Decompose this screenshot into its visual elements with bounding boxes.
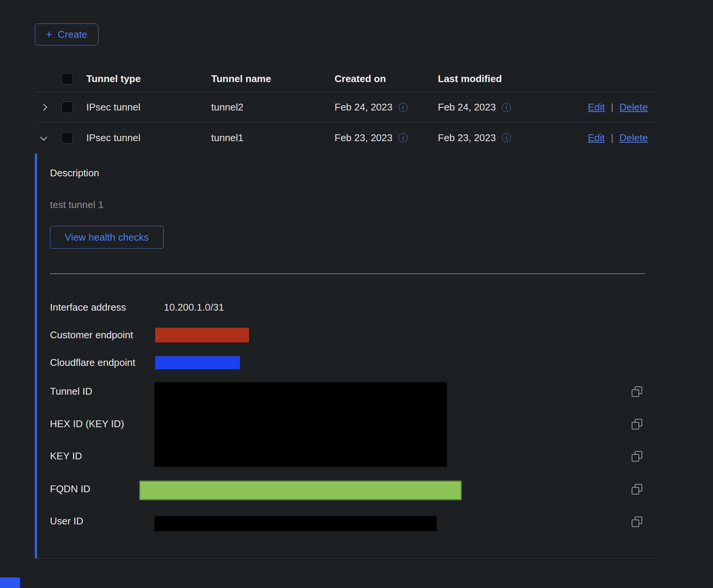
created-on-value: Feb 23, 2023 <box>335 132 392 144</box>
interface-address-value: 10.200.1.0/31 <box>164 302 224 313</box>
user-id-label: User ID <box>50 515 83 527</box>
plus-icon: + <box>46 29 53 40</box>
table-row: IPsec tunnel tunnel1 Feb 23, 2023 i Feb … <box>35 123 659 153</box>
view-health-checks-button[interactable]: View health checks <box>50 226 163 249</box>
row-checkbox[interactable] <box>61 101 73 113</box>
created-on-value: Feb 24, 2023 <box>335 101 392 113</box>
last-modified-cell: Feb 24, 2023 i <box>438 101 563 113</box>
column-header-last-modified: Last modified <box>438 73 563 85</box>
customer-endpoint-redacted-value <box>155 328 249 342</box>
table-row: IPsec tunnel tunnel2 Feb 24, 2023 i Feb … <box>35 92 659 123</box>
copy-icon[interactable] <box>632 386 642 397</box>
collapse-row-button[interactable] <box>35 136 52 140</box>
copy-icon[interactable] <box>632 419 642 429</box>
actions-separator: | <box>611 101 613 113</box>
cloudflare-endpoint-redacted-value <box>155 356 240 369</box>
header-checkbox-cell <box>52 73 86 85</box>
description-label: Description <box>50 167 99 179</box>
table-header-row: Tunnel type Tunnel name Created on Last … <box>35 66 659 92</box>
bottom-edge-accent <box>0 577 20 588</box>
expanded-row-accent-bar <box>35 154 37 558</box>
create-button[interactable]: + Create <box>35 23 98 45</box>
last-modified-cell: Feb 23, 2023 i <box>438 132 563 144</box>
select-all-checkbox[interactable] <box>61 73 73 85</box>
expanded-row-details: Description test tunnel 1 View health ch… <box>35 153 659 558</box>
copy-icon[interactable] <box>632 484 642 495</box>
tunnel-name-value: tunnel2 <box>211 101 335 113</box>
edit-link[interactable]: Edit <box>588 101 605 113</box>
row-checkbox-cell <box>52 101 86 113</box>
interface-address-label: Interface address <box>50 302 126 313</box>
cloudflare-endpoint-label: Cloudflare endpoint <box>50 357 135 369</box>
customer-endpoint-label: Customer endpoint <box>50 329 133 341</box>
edit-link[interactable]: Edit <box>588 132 605 144</box>
chevron-down-icon <box>40 134 47 140</box>
fqdn-id-redacted-value <box>139 481 462 500</box>
key-id-label: KEY ID <box>50 450 82 462</box>
info-icon[interactable]: i <box>399 103 408 112</box>
chevron-right-icon <box>40 104 47 110</box>
tunnel-type-value: IPsec tunnel <box>86 101 211 113</box>
row-actions: Edit | Delete <box>563 132 659 144</box>
page-content: + Create Tunnel type Tunnel name Created… <box>35 0 659 558</box>
description-value: test tunnel 1 <box>50 199 104 211</box>
last-modified-value: Feb 23, 2023 <box>438 132 496 144</box>
info-icon[interactable]: i <box>502 103 511 112</box>
info-icon[interactable]: i <box>502 133 511 142</box>
row-checkbox[interactable] <box>61 132 73 144</box>
created-on-cell: Feb 24, 2023 i <box>335 101 438 113</box>
created-on-cell: Feb 23, 2023 i <box>335 132 438 144</box>
expand-row-button[interactable] <box>35 105 52 110</box>
row-checkbox-cell <box>52 132 86 144</box>
last-modified-value: Feb 24, 2023 <box>438 101 496 113</box>
row-actions: Edit | Delete <box>563 101 659 113</box>
copy-icon[interactable] <box>632 451 642 462</box>
delete-link[interactable]: Delete <box>620 132 648 144</box>
actions-separator: | <box>611 132 613 144</box>
tunnels-page: + Create Tunnel type Tunnel name Created… <box>0 0 713 588</box>
tunnels-table: Tunnel type Tunnel name Created on Last … <box>35 66 659 558</box>
section-divider <box>50 274 645 274</box>
info-icon[interactable]: i <box>399 133 408 142</box>
tunnel-name-value: tunnel1 <box>211 132 335 144</box>
hex-id-label: HEX ID (KEY ID) <box>50 418 124 430</box>
delete-link[interactable]: Delete <box>620 101 648 113</box>
tunnel-id-label: Tunnel ID <box>50 386 92 397</box>
create-button-label: Create <box>58 29 87 40</box>
column-header-tunnel-name: Tunnel name <box>211 73 335 85</box>
user-id-redacted-value <box>154 516 437 531</box>
ids-redacted-value-block <box>154 382 447 467</box>
copy-icon[interactable] <box>632 516 642 527</box>
tunnel-type-value: IPsec tunnel <box>86 132 211 144</box>
fqdn-id-label: FQDN ID <box>50 483 90 495</box>
column-header-tunnel-type: Tunnel type <box>86 73 211 85</box>
column-header-created-on: Created on <box>335 73 438 85</box>
